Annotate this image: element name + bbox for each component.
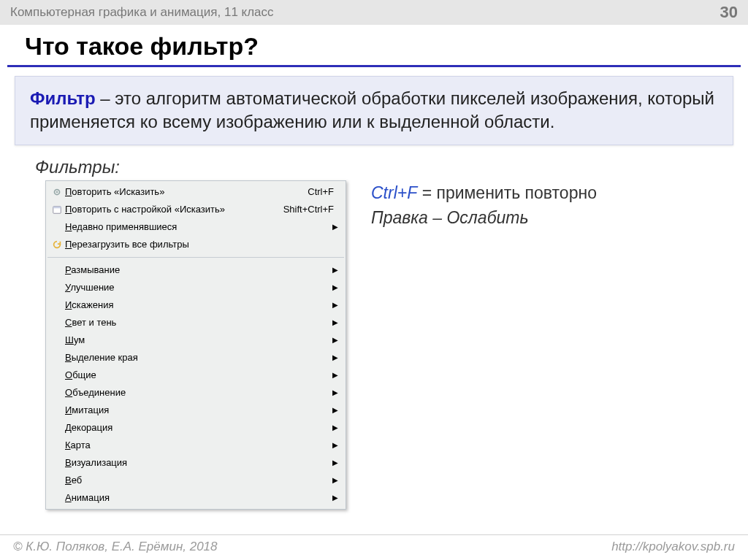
chevron-right-icon: ▶ [332, 406, 338, 414]
chevron-right-icon: ▶ [332, 388, 338, 396]
menu-item[interactable]: Веб▶ [46, 472, 346, 489]
menu-item[interactable]: Недавно применявшиеся▶ [46, 218, 346, 236]
chevron-right-icon: ▶ [332, 494, 338, 502]
menu-shortcut: Shift+Ctrl+F [283, 204, 338, 215]
menu-item[interactable]: Искажения▶ [46, 296, 346, 314]
menu-item-label: Карта [65, 440, 91, 450]
chevron-right-icon: ▶ [332, 336, 338, 344]
copyright: © К.Ю. Поляков, Е.А. Ерёмин, 2018 [13, 540, 218, 554]
menu-item-label: Выделение края [65, 352, 138, 363]
definition-text: – это алгоритм автоматической обработки … [30, 88, 714, 131]
menu-item-label: Повторить с настройкой «Исказить» [65, 204, 225, 215]
definition-box: Фильтр – это алгоритм автоматической обр… [15, 76, 733, 145]
slide-footer: © К.Ю. Поляков, Е.А. Ерёмин, 2018 http:/… [0, 534, 748, 560]
menu-item[interactable]: Повторить «Исказить»Ctrl+F [46, 183, 346, 201]
menu-item[interactable]: Визуализация▶ [46, 454, 346, 472]
menu-item-label: Размывание [65, 264, 120, 275]
menu-separator [47, 257, 344, 258]
menu-item-label: Улучшение [65, 282, 115, 293]
menu-item-label: Шум [65, 334, 85, 345]
menu-item-label: Общие [65, 369, 96, 380]
svg-rect-3 [53, 206, 61, 208]
menu-item-label: Визуализация [65, 457, 127, 468]
chevron-right-icon: ▶ [332, 318, 338, 326]
menu-item-label: Декорация [65, 422, 112, 433]
edit-fade-note: Правка – Ослабить [371, 205, 597, 231]
filters-menu: Повторить «Исказить»Ctrl+FПовторить с на… [45, 180, 346, 510]
cal-icon [49, 204, 65, 215]
menu-item[interactable]: Размывание▶ [46, 261, 346, 279]
menu-top-section: Повторить «Исказить»Ctrl+FПовторить с на… [46, 181, 346, 256]
menu-categories-section: Размывание▶Улучшение▶Искажения▶Свет и те… [46, 259, 346, 509]
menu-item-label: Объединение [65, 387, 126, 398]
chevron-right-icon: ▶ [332, 441, 338, 449]
menu-item-label: Недавно применявшиеся [65, 221, 177, 232]
chevron-right-icon: ▶ [332, 301, 338, 309]
chevron-right-icon: ▶ [332, 371, 338, 379]
menu-item[interactable]: Свет и тень▶ [46, 314, 346, 331]
filters-label: Фильтры: [35, 157, 748, 177]
shortcut-note: Ctrl+F = применить повторно [371, 180, 597, 206]
menu-item[interactable]: Объединение▶ [46, 384, 346, 402]
menu-item-label: Перезагрузить все фильтры [65, 239, 189, 250]
menu-shortcut: Ctrl+F [308, 186, 338, 197]
chevron-right-icon: ▶ [332, 423, 338, 431]
menu-item-label: Искажения [65, 299, 113, 310]
menu-item-label: Свет и тень [65, 317, 116, 328]
side-notes: Ctrl+F = применить повторно Правка – Осл… [371, 180, 597, 231]
chevron-right-icon: ▶ [332, 476, 338, 484]
menu-item[interactable]: Общие▶ [46, 367, 346, 384]
chevron-right-icon: ▶ [332, 353, 338, 361]
menu-item[interactable]: Анимация▶ [46, 489, 346, 507]
chevron-right-icon: ▶ [332, 283, 338, 291]
slide-header: Компьютерная графика и анимация, 11 клас… [0, 0, 748, 25]
menu-item-label: Повторить «Исказить» [65, 186, 164, 197]
menu-item-label: Анимация [65, 492, 110, 503]
chevron-right-icon: ▶ [332, 266, 338, 274]
menu-item-label: Веб [65, 475, 82, 486]
chevron-right-icon: ▶ [332, 223, 338, 231]
header-title: Компьютерная графика и анимация, 11 клас… [10, 5, 274, 20]
menu-item[interactable]: Выделение края▶ [46, 349, 346, 367]
chevron-right-icon: ▶ [332, 459, 338, 467]
gear-icon [49, 187, 65, 197]
menu-item[interactable]: Повторить с настройкой «Исказить»Shift+C… [46, 201, 346, 218]
menu-item[interactable]: Шум▶ [46, 331, 346, 349]
menu-item[interactable]: Перезагрузить все фильтры [46, 236, 346, 253]
refresh-icon [49, 239, 65, 250]
menu-item[interactable]: Имитация▶ [46, 402, 346, 419]
kbd-shortcut: Ctrl+F [371, 183, 417, 202]
menu-item[interactable]: Улучшение▶ [46, 279, 346, 296]
content-row: Повторить «Исказить»Ctrl+FПовторить с на… [0, 180, 748, 510]
svg-point-1 [56, 191, 58, 193]
slide-title: Что такое фильтр? [25, 32, 723, 61]
menu-item[interactable]: Карта▶ [46, 437, 346, 454]
menu-item[interactable]: Декорация▶ [46, 419, 346, 437]
apply-again-text: = применить повторно [417, 183, 597, 202]
menu-item-label: Имитация [65, 404, 109, 415]
page-number: 30 [720, 3, 738, 22]
footer-url: http://kpolyakov.spb.ru [611, 540, 735, 554]
definition-term: Фильтр [30, 88, 96, 108]
title-divider [7, 65, 741, 67]
